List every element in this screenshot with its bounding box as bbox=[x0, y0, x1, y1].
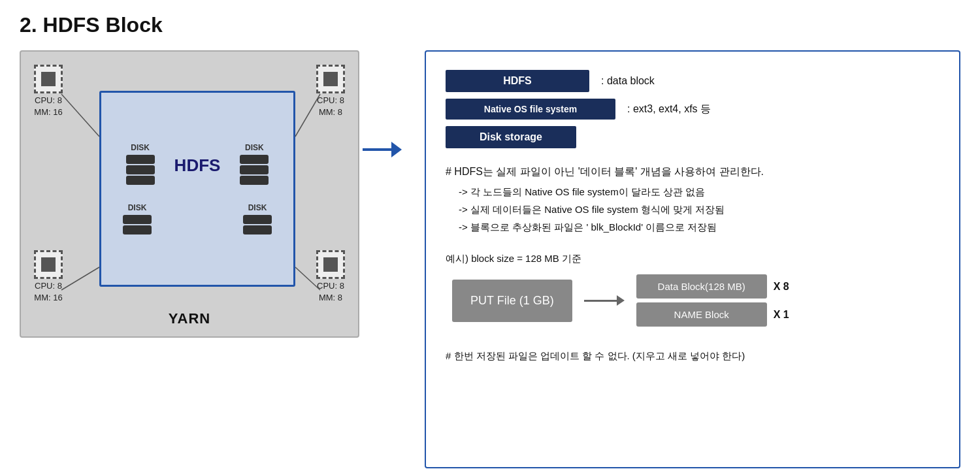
node-info-bottom-left: CPU: 8 MM: 16 bbox=[34, 280, 62, 304]
yarn-label: YARN bbox=[169, 310, 210, 327]
cpu-chip bbox=[34, 65, 63, 93]
disk-label: DISK bbox=[248, 203, 267, 212]
disk-cylinder bbox=[126, 176, 155, 185]
block-stack: Data Block(128 MB) X 8 NAME Block X 1 bbox=[636, 274, 789, 327]
data-block-count: X 8 bbox=[774, 281, 789, 293]
node-bottom-left: CPU: 8 MM: 16 bbox=[34, 250, 63, 304]
disk-cylinder bbox=[123, 215, 152, 224]
cpu-chip bbox=[316, 250, 345, 279]
name-block-box: NAME Block bbox=[636, 302, 767, 327]
example-section: 예시) block size = 128 MB 기준 PUT File (1 G… bbox=[446, 253, 939, 338]
data-block-box: Data Block(128 MB) bbox=[636, 274, 767, 299]
cpu-inner bbox=[41, 72, 56, 86]
svg-line-0 bbox=[61, 94, 99, 137]
disk-stack-right-bot: DISK bbox=[243, 203, 272, 234]
main-content: DISK HDFS DISK DI bbox=[20, 50, 960, 468]
desc-line3: -> 블록으로 추상화된 파일은 ' blk_BlockId' 이름으로 저장됨 bbox=[459, 218, 939, 236]
desc-line2: -> 실제 데이터들은 Native OS file system 형식에 맞게… bbox=[459, 201, 939, 218]
native-desc: : ext3, ext4, xfs 등 bbox=[627, 103, 711, 116]
node-info-bottom-right: CPU: 8 MM: 8 bbox=[317, 280, 344, 304]
legend-row-disk: Disk storage bbox=[446, 126, 939, 148]
desc-section: # HDFS는 실제 파일이 아닌 '데이터 블록' 개념을 사용하여 관리한다… bbox=[446, 163, 939, 236]
cpu-inner bbox=[41, 257, 56, 272]
example-label: 예시) block size = 128 MB 기준 bbox=[446, 253, 939, 265]
disk-cylinder bbox=[240, 165, 269, 174]
legend-row-hdfs: HDFS : data block bbox=[446, 70, 939, 92]
hdfs-badge: HDFS bbox=[446, 70, 589, 92]
info-panel: HDFS : data block Native OS file system … bbox=[425, 50, 960, 468]
disk-stack-left-bot: DISK bbox=[123, 203, 152, 234]
disk-cylinder bbox=[240, 155, 269, 164]
cpu-chip bbox=[316, 65, 345, 93]
desc-line1: -> 각 노드들의 Native OS file system이 달라도 상관 … bbox=[459, 183, 939, 201]
cpu-inner bbox=[323, 257, 338, 272]
name-block-count: X 1 bbox=[774, 309, 789, 321]
legend-area: HDFS : data block Native OS file system … bbox=[446, 70, 939, 148]
native-badge: Native OS file system bbox=[446, 99, 615, 120]
cpu-chip bbox=[34, 250, 63, 279]
disk-cylinder bbox=[243, 215, 272, 224]
disk-row-top: DISK HDFS DISK bbox=[126, 143, 269, 185]
disk-stack-right-top: DISK bbox=[240, 143, 269, 185]
arrow-container bbox=[359, 50, 405, 157]
node-top-right: CPU: 8 MM: 8 bbox=[316, 65, 345, 118]
cluster-diagram: DISK HDFS DISK DI bbox=[20, 50, 359, 338]
svg-line-2 bbox=[61, 267, 99, 290]
node-bottom-right: CPU: 8 MM: 8 bbox=[316, 250, 345, 304]
desc-indent: -> 각 노드들의 Native OS file system이 달라도 상관 … bbox=[446, 183, 939, 236]
block-row-name: NAME Block X 1 bbox=[636, 302, 789, 327]
example-diagram: PUT File (1 GB) Data Block(128 MB) X 8 N… bbox=[452, 274, 939, 327]
disk-label: DISK bbox=[131, 143, 150, 152]
hdfs-desc: : data block bbox=[601, 75, 655, 87]
disk-label: DISK bbox=[128, 203, 147, 212]
block-row-data: Data Block(128 MB) X 8 bbox=[636, 274, 789, 299]
arrow-right bbox=[363, 142, 402, 157]
disk-stack-left-top: DISK bbox=[126, 143, 155, 185]
node-top-left: CPU: 8 MM: 16 bbox=[34, 65, 63, 118]
disk-cylinder bbox=[123, 225, 152, 234]
page-title: 2. HDFS Block bbox=[20, 13, 960, 37]
legend-row-native: Native OS file system : ext3, ext4, xfs … bbox=[446, 99, 939, 120]
disk-cylinder bbox=[240, 176, 269, 185]
disk-row-bottom: DISK DISK bbox=[123, 203, 272, 234]
node-info-top-right: CPU: 8 MM: 8 bbox=[317, 95, 344, 118]
put-file-box: PUT File (1 GB) bbox=[452, 280, 572, 322]
desc-main: # HDFS는 실제 파일이 아닌 '데이터 블록' 개념을 사용하여 관리한다… bbox=[446, 163, 939, 180]
footer-note: # 한번 저장된 파일은 업데이트 할 수 없다. (지우고 새로 넣어야 한다… bbox=[446, 350, 939, 363]
cpu-inner bbox=[323, 72, 338, 86]
disk-cylinder bbox=[243, 225, 272, 234]
node-info-top-left: CPU: 8 MM: 16 bbox=[34, 95, 62, 118]
hdfs-box: DISK HDFS DISK DI bbox=[99, 91, 295, 287]
disk-label: DISK bbox=[245, 143, 264, 152]
disk-badge: Disk storage bbox=[446, 126, 576, 148]
disk-cylinder bbox=[126, 165, 155, 174]
small-arrow bbox=[584, 295, 625, 306]
disk-cylinder bbox=[126, 155, 155, 164]
hdfs-inner-label: HDFS bbox=[174, 155, 221, 176]
